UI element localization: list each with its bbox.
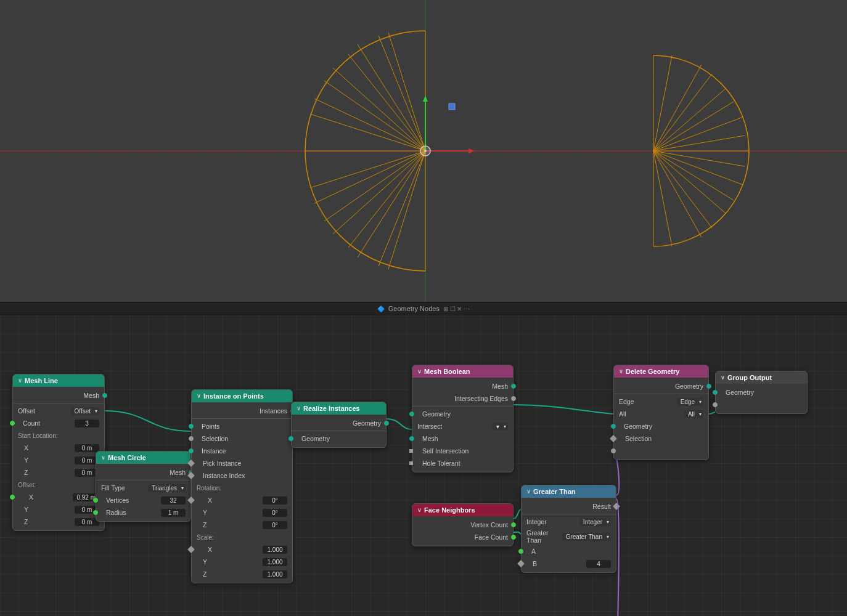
node-mesh-line-offset: Offset Offset bbox=[13, 405, 104, 417]
node-group-output-body: Geometry bbox=[716, 384, 807, 413]
node-face-neighbors-body: Vertex Count Face Count bbox=[412, 516, 513, 546]
node-mesh-circle-radius: Radius 1 m bbox=[96, 506, 190, 519]
node-mesh-boolean-hole-tolerant: Hole Tolerant bbox=[412, 457, 513, 469]
node-mesh-line-sy: Y 0 m bbox=[13, 454, 104, 466]
node-instance-on-points-rotation-label: Rotation: bbox=[192, 482, 292, 494]
node-delete-geometry-header: ∨ Delete Geometry bbox=[614, 365, 708, 378]
node-mesh-circle-header: ∨ Mesh Circle bbox=[96, 452, 190, 464]
socket-mesh-line-count bbox=[10, 421, 15, 426]
socket-delete-geometry-geometry-out bbox=[706, 384, 711, 389]
node-group-output-header: ∨ Group Output bbox=[716, 371, 807, 384]
socket-mesh-boolean-self-intersection bbox=[409, 449, 413, 453]
socket-realize-instances-geometry-out bbox=[384, 421, 389, 426]
socket-mesh-line-mesh-out bbox=[102, 393, 107, 398]
socket-group-output-extra bbox=[713, 402, 718, 407]
node-instance-on-points-rx: X 0° bbox=[192, 494, 292, 506]
socket-realize-instances-geometry-in bbox=[288, 436, 293, 441]
node-realize-instances-output: Geometry bbox=[292, 417, 386, 429]
node-instance-on-points-body: Instances Points Selection Instance Pick… bbox=[192, 402, 292, 583]
socket-instance-on-points-instance bbox=[189, 448, 194, 453]
socket-mesh-boolean-mesh-out bbox=[511, 384, 516, 389]
node-mesh-line-count: Count 3 bbox=[13, 417, 104, 429]
node-mesh-line-output-mesh: Mesh bbox=[13, 389, 104, 402]
socket-instance-on-points-points bbox=[189, 424, 194, 429]
node-mesh-boolean-mesh-in: Mesh bbox=[412, 432, 513, 445]
node-face-neighbors: ∨ Face Neighbors Vertex Count Face Count bbox=[412, 503, 514, 546]
node-face-neighbors-header: ∨ Face Neighbors bbox=[412, 504, 513, 516]
editor-separator: 🔷 Geometry Nodes ⊞ ☐ ✕ ⋯ bbox=[0, 302, 847, 315]
node-mesh-boolean-intersect: Intersect ▾ bbox=[412, 420, 513, 432]
node-instance-on-points-scale-label: Scale: bbox=[192, 531, 292, 543]
socket-delete-geometry-selection bbox=[610, 435, 616, 442]
node-mesh-line-header: ∨ Mesh Line bbox=[13, 375, 104, 387]
3d-viewport[interactable] bbox=[0, 0, 847, 302]
node-delete-geometry-all: All All bbox=[614, 408, 708, 420]
node-mesh-boolean-intersecting-edges: Intersecting Edges bbox=[412, 392, 513, 405]
node-greater-than-header: ∨ Greater Than bbox=[522, 485, 616, 498]
node-delete-geometry-body: Geometry Edge Edge All All Geometry Sele… bbox=[614, 378, 708, 460]
node-mesh-circle-vertices: Vertices 32 bbox=[96, 494, 190, 506]
node-mesh-boolean-mesh-out: Mesh bbox=[412, 380, 513, 392]
socket-group-output-geometry bbox=[713, 390, 718, 395]
node-greater-than-result: Result bbox=[522, 500, 616, 513]
socket-greater-than-a bbox=[518, 549, 523, 554]
node-instance-on-points-pick-instance: Pick Instance bbox=[192, 457, 292, 469]
socket-mesh-boolean-intersecting-edges bbox=[511, 396, 516, 401]
node-instance-on-points-instance: Instance bbox=[192, 445, 292, 457]
editor-type-label: Geometry Nodes bbox=[388, 305, 440, 312]
node-group-output-geometry: Geometry bbox=[716, 386, 807, 399]
node-instance-on-points-sy: Y 1.000 bbox=[192, 556, 292, 568]
node-realize-instances-input: Geometry bbox=[292, 432, 386, 445]
node-mesh-line-offset-section-label: Offset: bbox=[13, 479, 104, 491]
node-mesh-line-sx: X 0 m bbox=[13, 442, 104, 454]
node-face-neighbors-face-count: Face Count bbox=[412, 531, 513, 543]
node-group-output-extra bbox=[716, 399, 807, 411]
node-mesh-line-oz: Z 0 m bbox=[13, 516, 104, 528]
node-delete-geometry-edge: Edge Edge bbox=[614, 395, 708, 408]
horizontal-axis-line bbox=[0, 151, 847, 152]
node-mesh-boolean: ∨ Mesh Boolean Mesh Intersecting Edges G… bbox=[412, 365, 514, 472]
node-mesh-circle-fill-type: Fill Type Triangles bbox=[96, 482, 190, 494]
node-delete-geometry-selection: Selection bbox=[614, 432, 708, 445]
node-instance-on-points-sz: Z 1.000 bbox=[192, 568, 292, 580]
node-mesh-circle: ∨ Mesh Circle Mesh Fill Type Triangles V… bbox=[96, 451, 191, 522]
node-instance-on-points-ry: Y 0° bbox=[192, 506, 292, 519]
node-delete-geometry: ∨ Delete Geometry Geometry Edge Edge All… bbox=[613, 365, 709, 460]
node-delete-geometry-output: Geometry bbox=[614, 380, 708, 392]
node-mesh-boolean-self-intersection: Self Intersection bbox=[412, 445, 513, 457]
socket-delete-geometry-geometry-in bbox=[611, 424, 616, 429]
node-mesh-line-body: Mesh Offset Offset Count 3 Start Locatio… bbox=[13, 387, 104, 530]
socket-mesh-line-ox bbox=[10, 495, 15, 500]
node-greater-than-op: Greater Than Greater Than bbox=[522, 528, 616, 545]
socket-mesh-boolean-geometry-in bbox=[409, 411, 414, 416]
node-mesh-circle-output: Mesh bbox=[96, 466, 190, 479]
socket-instance-on-points-selection bbox=[189, 436, 194, 441]
node-delete-geometry-dot bbox=[614, 445, 708, 457]
socket-instance-on-points-sx bbox=[187, 546, 194, 553]
node-instance-on-points-header: ∨ Instance on Points bbox=[192, 390, 292, 402]
socket-mesh-boolean-hole-tolerant bbox=[409, 461, 413, 465]
node-instance-on-points-selection: Selection bbox=[192, 432, 292, 445]
socket-face-neighbors-face-count bbox=[511, 535, 516, 540]
node-mesh-line-sz: Z 0 m bbox=[13, 466, 104, 479]
node-instance-on-points: ∨ Instance on Points Instances Points Se… bbox=[191, 389, 293, 583]
node-mesh-line-ox: X 0.92 m bbox=[13, 491, 104, 503]
node-instance-on-points-points: Points bbox=[192, 420, 292, 432]
node-editor[interactable]: ∨ Mesh Line Mesh Offset Offset Count 3 S… bbox=[0, 315, 847, 616]
node-realize-instances-header: ∨ Realize Instances bbox=[292, 402, 386, 415]
socket-face-neighbors-vertex-count bbox=[511, 522, 516, 527]
node-mesh-boolean-geometry-in: Geometry bbox=[412, 408, 513, 420]
node-instance-on-points-sx: X 1.000 bbox=[192, 543, 292, 556]
editor-type-icon: 🔷 bbox=[377, 306, 385, 312]
node-face-neighbors-vertex-count: Vertex Count bbox=[412, 519, 513, 531]
socket-greater-than-result bbox=[613, 503, 620, 509]
node-greater-than: ∨ Greater Than Result Integer Integer Gr… bbox=[521, 485, 616, 573]
node-greater-than-body: Result Integer Integer Greater Than Grea… bbox=[522, 498, 616, 572]
node-greater-than-b: B 4 bbox=[522, 557, 616, 570]
node-mesh-line-oy: Y 0 m bbox=[13, 503, 104, 516]
socket-delete-geometry-extra bbox=[611, 448, 616, 453]
socket-greater-than-b bbox=[517, 560, 524, 567]
socket-mesh-circle-vertices bbox=[93, 498, 98, 503]
node-group-output: ∨ Group Output Geometry bbox=[715, 371, 808, 414]
node-mesh-circle-body: Mesh Fill Type Triangles Vertices 32 Rad… bbox=[96, 464, 190, 521]
